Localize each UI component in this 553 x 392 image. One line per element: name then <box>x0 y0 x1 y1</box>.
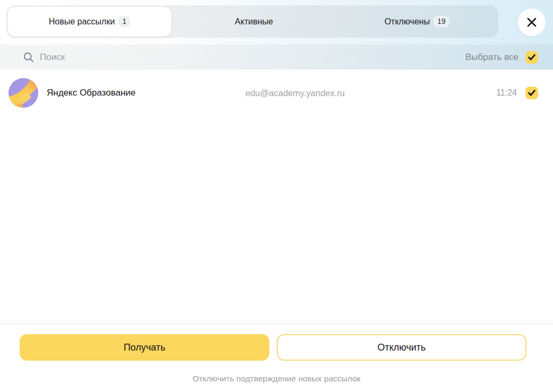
check-icon <box>528 90 535 96</box>
tab-active-mailings[interactable]: Активные <box>173 5 336 38</box>
tab-bar: Новые рассылки 1 Активные Отключены 19 <box>6 5 498 38</box>
row-checkbox[interactable] <box>525 87 538 99</box>
tab-new-mailings[interactable]: Новые рассылки 1 <box>7 6 172 37</box>
tab-label: Активные <box>235 17 273 27</box>
tab-disabled-mailings[interactable]: Отключены 19 <box>335 5 498 38</box>
tab-label: Новые рассылки <box>49 17 115 27</box>
select-all-checkbox[interactable] <box>525 51 538 64</box>
header: Новые рассылки 1 Активные Отключены 19 В… <box>0 0 553 70</box>
disable-confirmation-link[interactable]: Отключить подтверждение новых рассылок <box>0 374 553 384</box>
footer: Получать Отключить Отключить подтвержден… <box>0 323 553 392</box>
message-time: 11:24 <box>496 70 517 116</box>
tab-label: Отключены <box>385 17 430 27</box>
sender-avatar-yandex-education-logo <box>8 78 38 108</box>
sender-name: Яндекс Образование <box>47 70 135 116</box>
subscription-row[interactable]: Яндекс Образование edu@academy.yandex.ru… <box>0 70 553 116</box>
unsubscribe-button[interactable]: Отключить <box>277 334 526 361</box>
search-icon <box>23 52 34 63</box>
subscription-list: Яндекс Образование edu@academy.yandex.ru… <box>0 70 553 323</box>
tab-count-badge: 19 <box>433 16 449 27</box>
check-icon <box>528 54 535 61</box>
search-bar: Выбрать все <box>0 45 553 70</box>
close-button[interactable] <box>518 8 546 36</box>
receive-button[interactable]: Получать <box>20 334 269 361</box>
sender-email: edu@academy.yandex.ru <box>245 70 345 116</box>
search-input[interactable] <box>40 52 465 63</box>
footer-divider <box>0 323 553 324</box>
tab-count-badge: 1 <box>118 16 130 27</box>
close-icon <box>526 16 538 28</box>
select-all-label: Выбрать все <box>465 52 518 63</box>
subscriptions-modal: Новые рассылки 1 Активные Отключены 19 В… <box>0 0 553 392</box>
